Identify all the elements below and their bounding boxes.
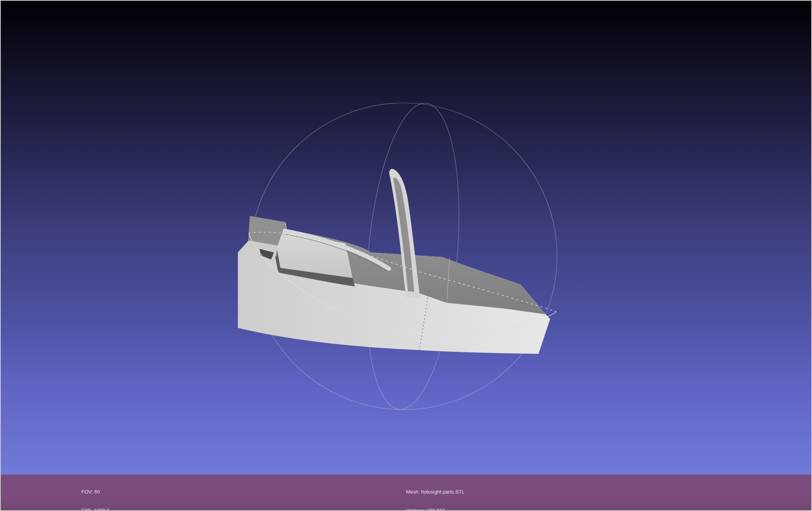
mesh-model bbox=[238, 169, 550, 354]
fps-value: FPS: 1000.0 bbox=[81, 508, 122, 511]
viewport-3d[interactable] bbox=[1, 1, 811, 475]
status-mesh-column: Mesh: holosight parts.STL Vertices: 155,… bbox=[406, 477, 464, 511]
fov-value: FOV: 60 bbox=[81, 489, 122, 495]
vertices-count: Vertices: 155,559 bbox=[406, 508, 464, 511]
mesh-filename: Mesh: holosight parts.STL bbox=[406, 489, 464, 495]
status-bar: FOV: 60 FPS: 1000.0 BO_RENDERING Mesh: h… bbox=[1, 475, 811, 510]
application-window: FOV: 60 FPS: 1000.0 BO_RENDERING Mesh: h… bbox=[0, 0, 812, 511]
scene-canvas bbox=[1, 1, 811, 475]
status-left-column: FOV: 60 FPS: 1000.0 BO_RENDERING bbox=[81, 477, 122, 511]
